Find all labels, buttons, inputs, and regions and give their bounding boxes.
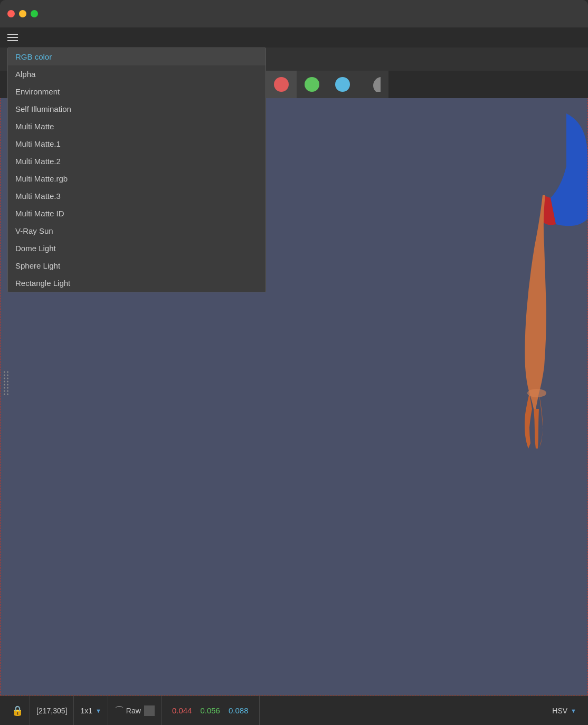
lock-section: 🔒 [5,696,30,725]
color-mode-label: HSV [552,707,567,715]
color-mode-section: HSV ▼ [546,696,583,725]
dropdown-item-dome-light[interactable]: Dome Light [8,240,265,257]
dropdown-item-multi-matte-rgb[interactable]: Multi Matte.rgb [8,170,265,187]
panel-handle[interactable] [4,371,8,395]
blue-channel-button[interactable] [327,71,358,98]
red-channel-value: 0.044 [172,706,192,715]
dropdown-item-multi-matte-3[interactable]: Multi Matte.3 [8,187,265,205]
svg-point-0 [527,389,546,397]
red-channel-button[interactable] [266,71,297,98]
color-swatch [144,705,155,716]
dropdown-item-rgb-color[interactable]: RGB color [8,48,265,65]
pixel-coordinates: [217,305] [36,707,67,715]
dropdown-item-multi-matte[interactable]: Multi Matte [8,118,265,135]
color-mode-arrow-icon[interactable]: ▼ [571,708,576,714]
hamburger-bar [0,27,588,47]
arm-render-image [482,113,587,483]
dropdown-item-alpha[interactable]: Alpha [8,65,265,83]
pixel-size-arrow-icon[interactable]: ▼ [96,708,101,714]
half-circle-icon [366,77,381,92]
dropdown-item-environment[interactable]: Environment [8,83,265,100]
tone-curve-icon[interactable]: ⌒ [115,704,124,717]
green-channel-value: 0.056 [200,706,220,715]
dropdown-item-multi-matte-2[interactable]: Multi Matte.2 [8,152,265,170]
coordinates-section: [217,305] [30,696,74,725]
dropdown-item-multi-matte-1[interactable]: Multi Matte.1 [8,135,265,152]
minimize-button[interactable] [19,10,26,17]
status-bar: 🔒 [217,305] 1x1 ▼ ⌒ Raw 0.044 0.056 0.08… [0,695,588,725]
dropdown-item-self-illumination[interactable]: Self Illumination [8,100,265,118]
hamburger-menu-button[interactable] [7,34,18,41]
pixel-size-section: 1x1 ▼ [74,696,108,725]
dropdown-item-multi-matte-id[interactable]: Multi Matte ID [8,205,265,222]
maximize-button[interactable] [31,10,38,17]
blue-dot-icon [335,77,350,92]
red-dot-icon [274,77,289,92]
dropdown-item-sphere-light[interactable]: Sphere Light [8,257,265,274]
channel-dropdown-menu: RGB color Alpha Environment Self Illumin… [7,47,266,292]
title-bar [0,0,588,27]
color-channel-buttons [266,71,388,98]
dropdown-item-rectangle-light[interactable]: Rectangle Light [8,274,265,292]
lock-icon[interactable]: 🔒 [12,705,23,717]
close-button[interactable] [7,10,15,17]
composite-channel-button[interactable] [358,71,388,98]
dropdown-item-vray-sun[interactable]: V-Ray Sun [8,222,265,240]
pixel-size-value: 1x1 ▼ [80,707,101,715]
curve-section: ⌒ Raw [108,696,162,725]
green-channel-button[interactable] [297,71,327,98]
green-dot-icon [305,77,319,92]
raw-mode-label: Raw [126,707,141,715]
channel-values-section: 0.044 0.056 0.088 [162,696,260,725]
blue-channel-value: 0.088 [229,706,249,715]
